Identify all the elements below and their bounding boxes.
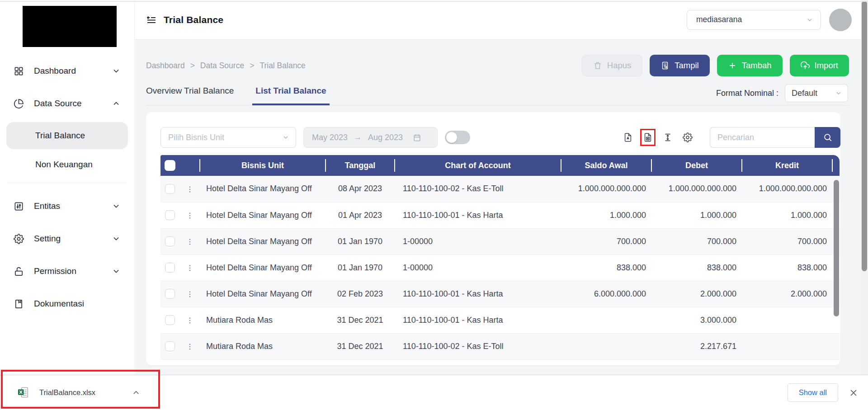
sidebar-item-label: Trial Balance xyxy=(35,131,85,141)
cell-chart-of-account: 110-110-100-01 - Kas Harta xyxy=(395,307,561,333)
export-pdf-icon[interactable] xyxy=(623,132,633,142)
sidebar-item-dokumentasi[interactable]: Dokumentasi xyxy=(6,292,128,315)
date-start: May 2023 xyxy=(312,133,348,142)
chevron-down-icon xyxy=(112,267,121,276)
cell-saldo-awal xyxy=(561,333,651,359)
avatar[interactable] xyxy=(829,9,852,31)
row-menu-kebab-icon[interactable] xyxy=(186,316,194,325)
tab-overview-trial-balance[interactable]: Overview Trial Balance xyxy=(146,80,234,105)
cell-kredit xyxy=(742,333,832,359)
cell-debet: 1.000.000.000.000 xyxy=(651,176,742,202)
sidebar-item-dashboard[interactable]: Dashboard xyxy=(6,60,128,82)
row-height-icon[interactable] xyxy=(663,132,673,142)
chevron-up-icon[interactable] xyxy=(132,389,140,397)
row-menu-kebab-icon[interactable] xyxy=(186,212,194,220)
show-all-button[interactable]: Show all xyxy=(788,383,838,402)
cell-kredit xyxy=(742,307,832,333)
breadcrumb-dashboard[interactable]: Dashboard xyxy=(146,61,185,71)
tabs-row: Overview Trial Balance List Trial Balanc… xyxy=(146,80,849,105)
col-chart-of-account: Chart of Account xyxy=(395,155,561,176)
search-icon xyxy=(823,132,833,142)
breadcrumb-data-source[interactable]: Data Source xyxy=(200,61,244,71)
toggle-knob xyxy=(446,132,457,143)
document-search-icon xyxy=(660,61,670,70)
table-row: Mutiara Roda Mas 31 Dec 2021 110-110-100… xyxy=(160,333,840,359)
search-button[interactable] xyxy=(815,127,840,148)
cell-saldo-awal: 1.000.000.000.000 xyxy=(561,176,651,202)
row-menu-kebab-icon[interactable] xyxy=(186,290,194,298)
row-checkbox[interactable] xyxy=(165,263,175,273)
chevron-down-icon xyxy=(112,66,121,75)
chevron-down-icon xyxy=(112,202,121,211)
row-checkbox[interactable] xyxy=(165,236,175,246)
col-tanggal: Tanggal xyxy=(326,155,395,176)
hapus-label: Hapus xyxy=(607,61,631,71)
tampil-button[interactable]: Tampil xyxy=(650,55,709,76)
sidebar-item-label: Setting xyxy=(34,234,102,244)
row-checkbox[interactable] xyxy=(165,184,175,194)
window-top-border xyxy=(0,1,868,2)
col-saldo-awal: Saldo Awal xyxy=(561,155,651,176)
cell-tanggal: 01 Jan 1970 xyxy=(326,254,395,281)
table-body: Hotel Delta Sinar Mayang Off 08 Apr 2023… xyxy=(160,176,840,359)
row-checkbox[interactable] xyxy=(165,315,175,325)
cell-bisnis-unit: Hotel Delta Sinar Mayang Off xyxy=(200,176,326,202)
table-settings-gear-icon[interactable] xyxy=(683,132,693,142)
cell-bisnis-unit: Mutiara Roda Mas xyxy=(200,307,326,333)
company-select[interactable]: mediasarana xyxy=(687,10,821,30)
tambah-button[interactable]: Tambah xyxy=(717,55,783,76)
cell-chart-of-account: 1-00000 xyxy=(395,228,561,254)
download-item[interactable]: TrialBalance.xlsx xyxy=(0,386,159,399)
row-checkbox[interactable] xyxy=(165,289,175,299)
col-bisnis-unit: Bisnis Unit xyxy=(200,155,326,176)
row-checkbox[interactable] xyxy=(165,341,175,351)
format-nominal-select[interactable]: Default xyxy=(785,84,848,102)
row-menu-kebab-icon[interactable] xyxy=(186,343,194,351)
sidebar-item-data-source[interactable]: Data Source xyxy=(6,92,128,115)
table-scrollbar-thumb[interactable] xyxy=(834,180,839,316)
cell-debet: 700.000 xyxy=(651,228,742,254)
date-filter-toggle[interactable] xyxy=(445,131,470,144)
sidebar-item-label: Non Keuangan xyxy=(35,160,93,170)
cell-saldo-awal: 1.000.000 xyxy=(561,202,651,228)
sidebar-item-permission[interactable]: Permission xyxy=(6,260,128,283)
select-all-checkbox[interactable] xyxy=(165,160,175,171)
excel-file-icon xyxy=(17,386,29,399)
import-button[interactable]: Import xyxy=(790,55,849,76)
table-row: Mutiara Roda Mas 31 Dec 2021 110-110-100… xyxy=(160,307,840,333)
sidebar-item-setting[interactable]: Setting xyxy=(6,227,128,250)
export-excel-icon[interactable] xyxy=(643,132,653,142)
sidebar-nav: Dashboard Data Source Trial Balance Non … xyxy=(0,55,134,315)
sidebar-item-non-keuangan[interactable]: Non Keuangan xyxy=(6,151,128,178)
sidebar-item-entitas[interactable]: Entitas xyxy=(6,195,128,217)
document-bookmark-icon xyxy=(14,299,24,309)
cell-tanggal: 01 Jan 1970 xyxy=(326,228,395,254)
hapus-button[interactable]: Hapus xyxy=(582,55,642,76)
row-checkbox[interactable] xyxy=(165,210,175,220)
breadcrumb-separator: > xyxy=(190,61,195,71)
row-menu-kebab-icon[interactable] xyxy=(186,238,194,246)
row-menu-kebab-icon[interactable] xyxy=(186,185,194,193)
cell-bisnis-unit: Hotel Delta Sinar Mayang Off xyxy=(200,281,326,307)
page-title: Trial Balance xyxy=(164,14,223,25)
close-icon[interactable] xyxy=(849,388,858,397)
page-scrollbar-thumb[interactable] xyxy=(862,1,867,271)
content: Dashboard > Data Source > Trial Balance … xyxy=(135,40,861,375)
collapse-sidebar-icon[interactable] xyxy=(146,14,157,25)
tab-list-trial-balance[interactable]: List Trial Balance xyxy=(255,80,326,105)
date-range-picker[interactable]: May 2023 → Aug 2023 xyxy=(303,127,438,148)
search-input[interactable] xyxy=(710,127,815,148)
sidebar-item-label: Entitas xyxy=(34,201,102,211)
cell-debet: 2.000.000 xyxy=(651,281,742,307)
tampil-label: Tampil xyxy=(675,61,698,71)
sidebar-item-trial-balance[interactable]: Trial Balance xyxy=(6,122,128,149)
page-scrollbar[interactable] xyxy=(861,0,868,375)
cell-kredit: 1.000.000.000.000 xyxy=(742,176,832,202)
row-menu-kebab-icon[interactable] xyxy=(186,264,194,272)
action-buttons: Hapus Tampil Tambah Import xyxy=(582,55,849,76)
sidebar-item-label: Permission xyxy=(34,266,102,276)
bisnis-unit-select[interactable]: Pilih Bisnis Unit xyxy=(160,127,296,148)
breadcrumb: Dashboard > Data Source > Trial Balance xyxy=(146,61,306,71)
download-filename: TrialBalance.xlsx xyxy=(39,388,132,397)
chevron-down-icon xyxy=(112,234,121,243)
